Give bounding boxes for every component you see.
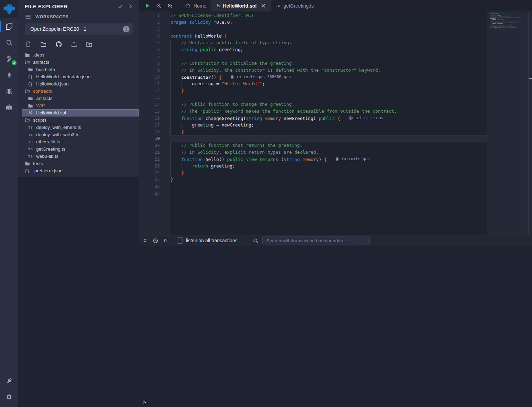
- tree-item-deploy-with-web3-ts[interactable]: TSdeploy_with_web3.ts: [18, 131, 139, 138]
- code-line[interactable]: [170, 94, 487, 101]
- line-number[interactable]: 11: [139, 80, 170, 87]
- tree-item-artifacts[interactable]: artifacts: [18, 59, 139, 66]
- line-number[interactable]: 4: [139, 33, 170, 40]
- activity-item-debugger[interactable]: [0, 83, 18, 99]
- tree-item-contracts[interactable]: contracts: [18, 88, 139, 95]
- line-number[interactable]: 7: [139, 53, 170, 60]
- line-number[interactable]: 8: [139, 60, 170, 67]
- code-line[interactable]: [170, 53, 487, 60]
- tree-item-web3-lib-ts[interactable]: TSweb3-lib.ts: [18, 153, 139, 160]
- tree-item-helloworld-metadata-json[interactable]: {}HelloWorld_metadata.json: [18, 73, 139, 80]
- code-line[interactable]: greeting = newGreeting;: [170, 122, 487, 129]
- line-number[interactable]: 6: [139, 46, 170, 53]
- tree-item-ethers-lib-ts[interactable]: TSethers-lib.ts: [18, 138, 139, 145]
- line-number[interactable]: 21: [139, 149, 170, 156]
- listen-transactions-label[interactable]: listen on all transactions: [186, 238, 237, 243]
- upload-files-icon[interactable]: [71, 41, 77, 48]
- line-number[interactable]: 14: [139, 101, 170, 108]
- line-number[interactable]: 15: [139, 108, 170, 115]
- tree-item-deploy-with-ethers-ts[interactable]: TSdeploy_with_ethers.ts: [18, 124, 139, 131]
- line-number[interactable]: 19: [139, 135, 170, 142]
- line-number[interactable]: 25: [139, 176, 170, 183]
- activity-item-search[interactable]: [0, 34, 18, 51]
- code-line[interactable]: greeting = "Hello, World!";: [170, 80, 487, 87]
- tree-item-scripts[interactable]: scripts: [18, 116, 139, 124]
- line-number[interactable]: 24: [139, 169, 170, 176]
- line-number[interactable]: 12: [139, 87, 170, 94]
- line-number[interactable]: 26: [139, 183, 170, 190]
- line-number[interactable]: 16: [139, 115, 170, 122]
- tree-item-helloworld-json[interactable]: {}HelloWorld.json: [18, 80, 139, 88]
- code-line[interactable]: constructor() {infinite gas 368600 gas: [170, 74, 487, 81]
- code-line[interactable]: }: [170, 169, 487, 176]
- line-number[interactable]: 10: [139, 74, 170, 81]
- code-line[interactable]: // Public function to change the greetin…: [170, 101, 487, 108]
- tree-item-helloworld-sol[interactable]: SHelloWorld.sol: [22, 109, 139, 116]
- tree-item-wip[interactable]: WIP: [18, 102, 139, 109]
- zoom-in-icon[interactable]: [167, 3, 173, 9]
- minimap[interactable]: // SPDX-License-Identifier: MITpragma so…: [488, 12, 521, 31]
- code-editor[interactable]: 1234567891011121314151617181920212223242…: [139, 11, 532, 235]
- remix-logo[interactable]: [0, 0, 18, 18]
- code-line[interactable]: contract HelloWorld {: [170, 33, 487, 40]
- tree-item-getgreeting-ts[interactable]: TSgetGreeting.ts: [18, 145, 139, 153]
- tree-item--deps[interactable]: .deps: [18, 51, 139, 59]
- tab-helloworld-sol[interactable]: SHelloWorld.sol: [211, 0, 271, 11]
- upload-folder-icon[interactable]: [86, 41, 92, 48]
- tree-item-build-info[interactable]: build-info: [18, 66, 139, 73]
- line-number[interactable]: 20: [139, 142, 170, 149]
- tree-item-tests[interactable]: tests: [18, 160, 139, 167]
- create-new-folder-icon[interactable]: [40, 41, 46, 48]
- code-line[interactable]: // In Solidity, explicit return types ar…: [170, 149, 487, 156]
- tab-home[interactable]: Home: [180, 0, 211, 11]
- line-number[interactable]: 2: [139, 19, 170, 26]
- code-line[interactable]: string public greeting;: [170, 46, 487, 53]
- code-line[interactable]: // Declare a public field of type string…: [170, 39, 487, 46]
- activity-item-file-explorer[interactable]: [0, 18, 18, 34]
- code-line[interactable]: [170, 26, 487, 33]
- code-line[interactable]: function changeGreeting(string memory ne…: [170, 115, 487, 122]
- terminal-collapse-icon[interactable]: [143, 238, 148, 243]
- line-number[interactable]: 9: [139, 67, 170, 74]
- line-number[interactable]: 13: [139, 94, 170, 101]
- code-line[interactable]: // Public function that returns the gree…: [170, 142, 487, 149]
- code-line[interactable]: function hello() public view returns (st…: [170, 156, 487, 163]
- tree-item-artifacts[interactable]: artifacts: [18, 95, 139, 102]
- terminal-prompt[interactable]: >: [143, 399, 146, 405]
- code-line[interactable]: }: [170, 87, 487, 94]
- code-line[interactable]: return greeting;: [170, 163, 487, 170]
- line-number[interactable]: 5: [139, 39, 170, 46]
- code-line[interactable]: }: [170, 128, 487, 135]
- code-line[interactable]: [170, 190, 487, 197]
- create-new-file-icon[interactable]: [25, 41, 31, 47]
- activity-item-learn[interactable]: [0, 99, 18, 115]
- tab-getgreeting-ts[interactable]: TSgetGreeting.ts: [271, 0, 319, 11]
- terminal-clear-icon[interactable]: [153, 238, 158, 243]
- run-script-icon[interactable]: [145, 3, 150, 8]
- workspace-select[interactable]: OpenZeppelin ERC20 - 1: [25, 23, 133, 35]
- code-line[interactable]: // SPDX-License-Identifier: MIT: [170, 12, 487, 19]
- activity-item-settings[interactable]: [0, 389, 18, 405]
- code-line[interactable]: pragma solidity ^0.8.0;: [170, 19, 487, 26]
- line-number[interactable]: 23: [139, 163, 170, 170]
- listen-transactions-checkbox[interactable]: [177, 237, 183, 244]
- editor-code-area[interactable]: // SPDX-License-Identifier: MITpragma so…: [170, 11, 487, 235]
- activity-item-plugin-manager[interactable]: [0, 373, 18, 389]
- code-line[interactable]: // The "public" keyword makes the functi…: [170, 108, 487, 115]
- panel-check-icon[interactable]: [117, 3, 123, 9]
- line-number[interactable]: 17: [139, 122, 170, 129]
- line-number[interactable]: 22: [139, 156, 170, 163]
- code-line[interactable]: }: [170, 176, 487, 183]
- code-line[interactable]: // Constructor to initialize the greetin…: [170, 60, 487, 67]
- code-line[interactable]: [170, 183, 487, 190]
- code-line[interactable]: // In Solidity, the constructor is defin…: [170, 67, 487, 74]
- activity-item-deploy-and-run[interactable]: [0, 67, 18, 83]
- workspaces-menu-icon[interactable]: [25, 14, 31, 20]
- zoom-out-icon[interactable]: [156, 3, 161, 9]
- code-line[interactable]: [170, 135, 487, 142]
- activity-item-solidity-compiler[interactable]: [0, 51, 18, 67]
- close-icon[interactable]: [261, 3, 265, 8]
- line-number[interactable]: 1: [139, 12, 170, 19]
- line-number[interactable]: 18: [139, 128, 170, 135]
- line-number[interactable]: 27: [139, 190, 170, 197]
